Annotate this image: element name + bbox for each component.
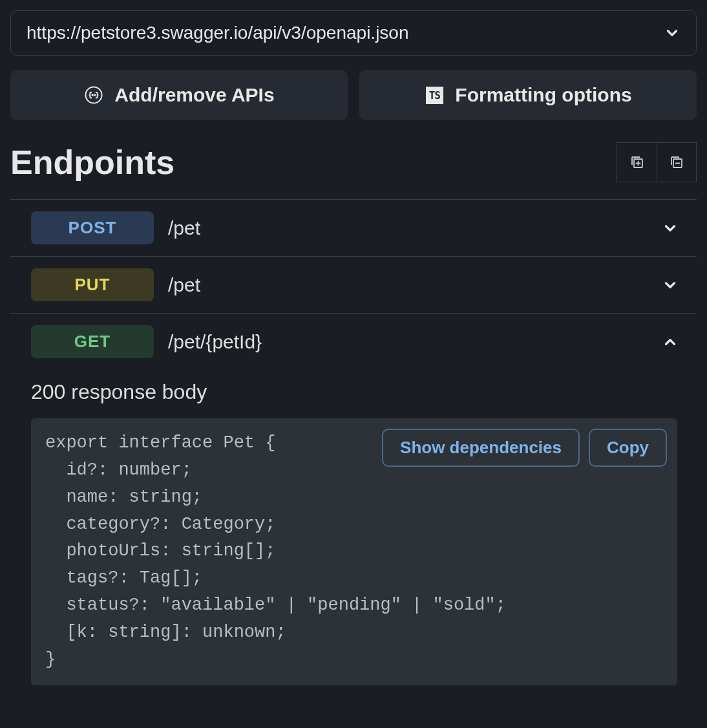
code-block: Show dependencies Copy export interface …	[31, 418, 677, 685]
collapse-all-button[interactable]	[657, 142, 697, 182]
api-braces-icon	[83, 85, 104, 105]
endpoint-path: /pet/{petId}	[168, 331, 648, 353]
add-remove-apis-button[interactable]: Add/remove APIs	[10, 70, 348, 120]
svg-point-0	[86, 87, 102, 103]
endpoint-path: /pet	[168, 274, 648, 296]
endpoint-row[interactable]: GET /pet/{petId}	[10, 313, 697, 370]
endpoint-row[interactable]: PUT /pet	[10, 256, 697, 313]
toolbar: Add/remove APIs TS Formatting options	[10, 70, 697, 120]
api-url-select[interactable]: https://petstore3.swagger.io/api/v3/open…	[10, 10, 697, 56]
chevron-down-icon	[662, 220, 679, 237]
expand-all-button[interactable]	[617, 142, 657, 182]
endpoint-path: /pet	[168, 217, 648, 239]
chevron-down-icon	[664, 25, 681, 41]
formatting-options-button[interactable]: TS Formatting options	[359, 70, 697, 120]
collapse-all-icon	[669, 155, 684, 170]
method-badge: PUT	[31, 268, 154, 301]
copy-button[interactable]: Copy	[589, 429, 667, 467]
expand-all-icon	[629, 155, 645, 170]
show-dependencies-button[interactable]: Show dependencies	[382, 429, 580, 467]
code-actions: Show dependencies Copy	[382, 429, 667, 467]
chevron-down-icon	[662, 277, 679, 294]
endpoint-row[interactable]: POST /pet	[10, 199, 697, 256]
endpoints-header: Endpoints	[10, 142, 697, 182]
chevron-up-icon	[662, 334, 679, 350]
typescript-icon: TS	[424, 85, 445, 105]
page-title: Endpoints	[10, 143, 174, 182]
response-title: 200 response body	[31, 380, 677, 404]
expand-collapse-group	[617, 142, 697, 182]
method-badge: GET	[31, 325, 154, 358]
method-badge: POST	[31, 211, 154, 244]
svg-point-1	[92, 94, 94, 96]
response-section: 200 response body Show dependencies Copy…	[10, 370, 697, 685]
formatting-options-label: Formatting options	[455, 84, 631, 106]
add-remove-apis-label: Add/remove APIs	[114, 84, 274, 106]
api-url-value: https://petstore3.swagger.io/api/v3/open…	[26, 23, 409, 43]
svg-point-2	[94, 94, 96, 96]
endpoint-list: POST /pet PUT /pet GET /pet/{petId} 200 …	[10, 199, 697, 685]
